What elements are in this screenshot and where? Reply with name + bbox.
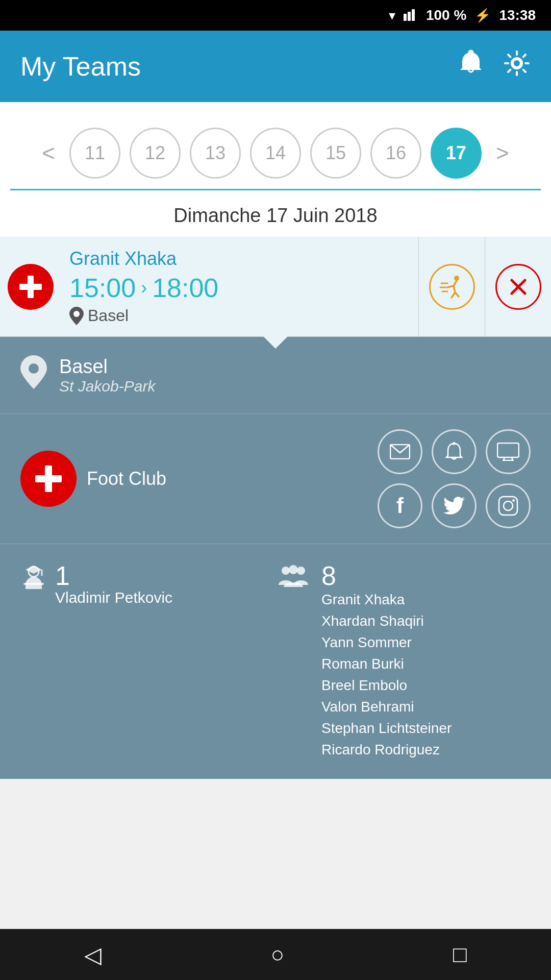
player-6: Valon Behrami: [321, 696, 452, 718]
recents-button[interactable]: □: [453, 942, 467, 967]
calendar-strip: < 11 12 13 14 15 16 17 >: [10, 117, 541, 189]
coach-icon: [20, 565, 47, 597]
player-8: Ricardo Rodriguez: [321, 739, 452, 761]
svg-rect-22: [497, 443, 519, 457]
svg-point-4: [513, 59, 521, 67]
instagram-button[interactable]: [486, 483, 531, 528]
location-text: Basel St Jakob-Park: [59, 356, 155, 395]
page-title: My Teams: [20, 51, 141, 82]
event-location: Basel: [69, 306, 410, 325]
social-row-top: [378, 429, 531, 474]
twitter-button[interactable]: [432, 483, 477, 528]
notification-bell-button[interactable]: [432, 429, 477, 474]
date-label: Dimanche 17 Juin 2018: [10, 190, 541, 237]
svg-point-35: [289, 565, 298, 574]
svg-point-21: [453, 442, 456, 445]
back-button[interactable]: ◁: [84, 942, 102, 968]
signal-icon: [404, 7, 418, 24]
status-bar: ▾ 100 % ⚡ 13:38: [0, 0, 551, 31]
social-row-bottom: f: [378, 483, 531, 528]
club-row: Foot Club: [0, 414, 551, 544]
coach-name: Vladimir Petkovic: [55, 589, 172, 606]
calendar-day-15[interactable]: 15: [310, 128, 361, 179]
players-section: 8 Granit Xhaka Xhardan Shaqiri Yann Somm…: [276, 562, 531, 761]
event-time: 15:00 › 18:00: [69, 273, 410, 303]
event-flag: [0, 237, 61, 336]
players-icon: [276, 565, 311, 599]
detail-section: Basel St Jakob-Park Foot Club: [0, 337, 551, 779]
run-action-button[interactable]: [418, 237, 485, 336]
player-7: Stephan Lichtsteiner: [321, 718, 452, 739]
coach-info: 1 Vladimir Petkovic: [55, 562, 172, 606]
team-info-row: 1 Vladimir Petkovic 8 Granit Xhaka: [0, 544, 551, 779]
battery-text: 100 %: [426, 7, 466, 23]
facebook-button[interactable]: f: [378, 483, 422, 528]
settings-button[interactable]: [503, 50, 531, 83]
club-flag-icon: [20, 451, 77, 507]
svg-rect-8: [19, 284, 42, 290]
notification-button[interactable]: [457, 50, 485, 83]
event-info: Granit Xhaka 15:00 › 18:00 Basel: [61, 237, 418, 336]
app-header: My Teams: [0, 31, 551, 102]
calendar-next-button[interactable]: >: [491, 140, 514, 166]
svg-point-3: [469, 51, 473, 55]
cancel-action-button[interactable]: [485, 237, 551, 336]
calendar-prev-button[interactable]: <: [37, 140, 60, 166]
location-venue: St Jakob-Park: [59, 378, 155, 395]
event-actions: [418, 237, 551, 336]
svg-point-16: [29, 363, 39, 374]
svg-rect-1: [408, 12, 411, 21]
svg-point-33: [282, 567, 290, 575]
coach-section: 1 Vladimir Petkovic: [20, 562, 276, 606]
club-name: Foot Club: [87, 468, 166, 489]
wifi-icon: ▾: [389, 8, 395, 23]
calendar-day-14[interactable]: 14: [250, 128, 301, 179]
player-3: Yann Sommer: [321, 632, 452, 653]
facebook-letter: f: [396, 494, 404, 518]
callout-triangle: [263, 336, 288, 349]
location-city: Basel: [59, 356, 155, 378]
social-icons: f: [378, 429, 531, 528]
calendar-day-11[interactable]: 11: [69, 128, 120, 179]
svg-rect-0: [404, 14, 407, 21]
header-actions: [457, 50, 531, 83]
event-start-time: 15:00: [69, 273, 136, 303]
svg-rect-29: [23, 583, 44, 585]
event-card: Granit Xhaka 15:00 › 18:00 Basel: [0, 237, 551, 337]
svg-point-34: [297, 567, 305, 575]
player-1: Granit Xhaka: [321, 589, 452, 610]
svg-point-28: [512, 499, 515, 502]
email-button[interactable]: [378, 429, 422, 474]
calendar-day-13[interactable]: 13: [190, 128, 241, 179]
players-count: 8: [321, 562, 452, 589]
svg-point-9: [73, 311, 80, 317]
monitor-button[interactable]: [486, 429, 531, 474]
run-circle: [429, 264, 475, 310]
player-5: Breel Embolo: [321, 675, 452, 696]
event-time-arrow: ›: [141, 277, 147, 299]
event-end-time: 18:00: [152, 273, 218, 303]
svg-point-27: [504, 501, 513, 510]
location-pin-icon: [20, 355, 47, 395]
battery-icon: ⚡: [474, 8, 491, 23]
calendar-day-12[interactable]: 12: [130, 128, 181, 179]
bottom-navigation: ◁ ○ □: [0, 929, 551, 980]
swiss-flag-icon: [8, 264, 54, 310]
calendar-section: < 11 12 13 14 15 16 17 > Dimanche 17 Jui…: [0, 102, 551, 237]
svg-rect-2: [412, 9, 415, 21]
home-button[interactable]: ○: [270, 942, 284, 967]
calendar-day-16[interactable]: 16: [370, 128, 421, 179]
calendar-day-17-active[interactable]: 17: [431, 128, 482, 179]
svg-rect-26: [499, 497, 517, 515]
players-info: 8 Granit Xhaka Xhardan Shaqiri Yann Somm…: [321, 562, 452, 761]
svg-rect-19: [35, 475, 62, 482]
club-info: Foot Club: [20, 451, 378, 507]
player-4: Roman Burki: [321, 653, 452, 675]
coach-number: 1: [55, 562, 172, 589]
event-city: Basel: [88, 306, 129, 325]
time-display: 13:38: [499, 7, 536, 23]
player-2: Xhardan Shaqiri: [321, 610, 452, 632]
event-team-name: Granit Xhaka: [69, 248, 410, 270]
cancel-circle: [495, 264, 541, 310]
